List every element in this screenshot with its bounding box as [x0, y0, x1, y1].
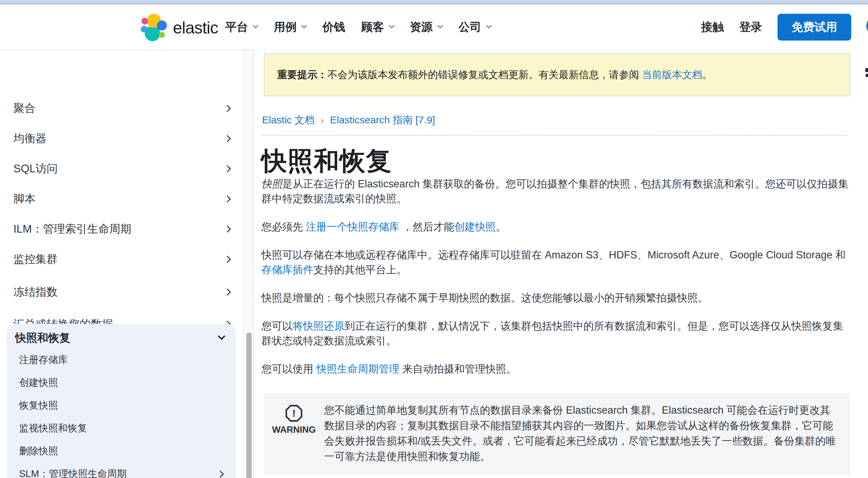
sidebar-scrollbar-thumb[interactable]: [246, 332, 252, 478]
logo-blob-pink: [142, 18, 148, 25]
chevron-right-icon: [217, 470, 224, 477]
sidebar-subitem-1[interactable]: 注册存储库: [19, 353, 227, 367]
sidebar-item-2[interactable]: 均衡器: [13, 128, 235, 149]
sidebar-item-label: 聚合: [13, 101, 35, 116]
sidebar-subitem-label: 监视快照和恢复: [19, 422, 87, 435]
inline-link[interactable]: 将快照还原: [292, 320, 344, 332]
nav-item-2[interactable]: 用例: [274, 20, 306, 35]
paragraph-text: 是从正在运行的 Elasticsearch 集群获取的备份。您可以拍摄整个集群的…: [261, 178, 848, 205]
paragraph-text: 来自动拍摄和管理快照。: [400, 363, 517, 375]
elastic-logo-icon: [141, 14, 167, 42]
warning-text: 您不能通过简单地复制其所有节点的数据目录来备份 Elasticsearch 集群…: [324, 393, 850, 475]
clipped-edge-fragment: [866, 74, 868, 77]
nav-item-label: 用例: [274, 20, 297, 35]
body-paragraph-3: 快照可以存储在本地或远程存储库中。远程存储库可以驻留在 Amazon S3、HD…: [261, 248, 850, 277]
chevron-right-icon: [224, 256, 231, 263]
paragraph-text: 快照可以存储在本地或远程存储库中。远程存储库可以驻留在 Amazon S3、HD…: [261, 249, 845, 261]
paragraph-text: ，然后才能: [400, 221, 455, 233]
window-top-strip: [0, 0, 868, 4]
breadcrumb: Elastic 文档›Elasticsearch 指南 [7.9]: [262, 113, 435, 127]
sidebar-item-label: 监控集群: [13, 252, 58, 267]
site-header: elastic 平台用例价钱顾客资源公司 接触 登录 免费试用: [0, 4, 868, 50]
paragraph-text: 。: [496, 221, 506, 233]
inline-link[interactable]: 快照生命周期管理: [316, 363, 400, 375]
version-notice-banner: 重要提示：不会为该版本发布额外的错误修复或文档更新。有关最新信息，请参阅 当前版…: [264, 53, 850, 96]
paragraph-text: 到正在运行的集群，默认情况下，该集群包括快照中的所有数据流和索引。但是，您可以选…: [261, 320, 843, 347]
sidebar-item-label: SQL访问: [13, 161, 58, 176]
sidebar-subitem-5[interactable]: 删除快照: [19, 444, 227, 458]
docs-sidebar: 聚合均衡器SQL访问脚本ILM：管理索引生命周期监控集群冻结指数汇总或转换您的数…: [0, 50, 254, 478]
nav-item-3[interactable]: 价钱: [322, 20, 345, 35]
sidebar-item-1[interactable]: 聚合: [13, 98, 235, 118]
body-paragraph-1: 快照是从正在运行的 Elasticsearch 集群获取的备份。您可以拍摄整个集…: [261, 177, 850, 206]
current-version-docs-link[interactable]: 当前版本文档: [642, 68, 702, 82]
notice-text: 不会为该版本发布额外的错误修复或文档更新。有关最新信息，请参阅: [328, 68, 642, 82]
main-nav: 平台用例价钱顾客资源公司: [225, 4, 491, 50]
sidebar-item-snapshot-restore[interactable]: 快照和恢复: [15, 329, 227, 347]
nav-item-label: 资源: [410, 20, 433, 35]
sidebar-item-label: 均衡器: [13, 131, 46, 146]
inline-link[interactable]: 创建快照: [454, 221, 496, 233]
nav-item-1[interactable]: 平台: [225, 20, 258, 35]
warning-callout: ! WARNING 您不能通过简单地复制其所有节点的数据目录来备份 Elasti…: [264, 393, 850, 475]
chevron-down-icon: [389, 23, 395, 29]
warning-icon-column: ! WARNING: [264, 393, 324, 475]
elastic-logo[interactable]: elastic: [141, 14, 218, 42]
chevron-down-icon: [486, 23, 492, 29]
dotted-divider: [262, 135, 848, 136]
chevron-right-icon: [224, 104, 231, 112]
notice-suffix: 。: [702, 68, 712, 82]
nav-item-label: 平台: [225, 20, 248, 35]
body-paragraph-2: 您必须先 注册一个快照存储库 ，然后才能创建快照。: [261, 219, 850, 234]
paragraph-text: 支持的其他平台上。: [313, 264, 407, 275]
nav-item-label: 顾客: [361, 20, 384, 35]
sidebar-subitem-4[interactable]: 监视快照和恢复: [19, 421, 227, 436]
nav-item-6[interactable]: 公司: [459, 20, 491, 35]
inline-link[interactable]: 注册一个快照存储库: [306, 221, 400, 233]
warning-octagon-icon: !: [285, 405, 303, 422]
warning-label: WARNING: [272, 425, 316, 435]
contact-link[interactable]: 接触: [701, 20, 724, 35]
sidebar-item-4[interactable]: 脚本: [13, 189, 235, 209]
svg-text:!: !: [292, 408, 296, 419]
sidebar-subitem-3[interactable]: 恢复快照: [19, 398, 227, 413]
notice-strong: 重要提示：: [277, 68, 328, 82]
sidebar-item-6[interactable]: 监控集群: [13, 249, 235, 269]
sidebar-item-label: 脚本: [13, 191, 35, 207]
free-trial-button[interactable]: 免费试用: [777, 14, 851, 40]
breadcrumb-link-2[interactable]: Elasticsearch 指南 [7.9]: [330, 113, 435, 127]
chevron-down-icon: [252, 23, 258, 29]
header-actions: 接触 登录 免费试用: [701, 4, 851, 50]
logo-blob-blue: [157, 21, 167, 30]
paragraph-text: 快照是增量的：每个快照只存储不属于早期快照的数据。这使您能够以最小的开销频繁拍摄…: [261, 292, 708, 304]
chevron-right-icon: [224, 135, 231, 142]
chevron-down-icon: [301, 23, 307, 29]
body-paragraph-4: 快照是增量的：每个快照只存储不属于早期快照的数据。这使您能够以最小的开销频繁拍摄…: [261, 291, 850, 305]
login-link[interactable]: 登录: [739, 20, 762, 35]
sidebar-item-5[interactable]: ILM：管理索引生命周期: [13, 219, 235, 239]
sidebar-item-label: 冻结指数: [13, 285, 58, 300]
nav-item-4[interactable]: 顾客: [361, 20, 394, 35]
sidebar-item-3[interactable]: SQL访问: [13, 158, 235, 179]
paragraph-text: 您必须先: [261, 221, 306, 233]
paragraph-text: 您可以使用: [261, 363, 316, 375]
chevron-right-icon: [224, 225, 231, 232]
breadcrumb-link-1[interactable]: Elastic 文档: [262, 113, 315, 127]
chevron-right-icon: [224, 165, 231, 172]
sidebar-subitem-2[interactable]: 创建快照: [19, 376, 227, 390]
sidebar-subitem-label: 删除快照: [19, 445, 58, 458]
nav-item-label: 公司: [459, 20, 481, 35]
sidebar-scrollbar-track[interactable]: [244, 50, 254, 478]
sidebar-subitem-label: SLM：管理快照生命周期: [19, 467, 127, 478]
clipped-edge-fragment: [865, 68, 868, 72]
logo-wordmark: elastic: [173, 18, 218, 37]
sidebar-subitem-6[interactable]: SLM：管理快照生命周期: [19, 467, 227, 478]
sidebar-active-section: 快照和恢复 注册存储库创建快照恢复快照监视快照和恢复删除快照SLM：管理快照生命…: [7, 324, 236, 478]
page-title: 快照和恢复: [261, 144, 392, 179]
sidebar-item-7[interactable]: 冻结指数: [13, 282, 235, 302]
logo-blob-green: [159, 32, 165, 38]
chevron-down-icon: [218, 332, 225, 340]
nav-item-5[interactable]: 资源: [410, 20, 442, 35]
chevron-right-icon: [224, 288, 231, 295]
inline-link[interactable]: 存储库插件: [261, 264, 313, 275]
